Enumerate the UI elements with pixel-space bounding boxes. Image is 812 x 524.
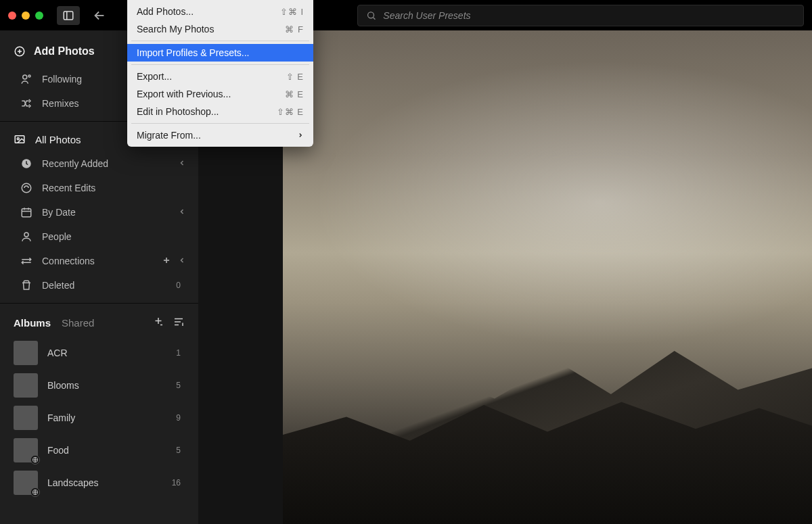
svg-point-10 (17, 138, 19, 140)
sidebar-item-deleted[interactable]: Deleted 0 (0, 273, 198, 297)
add-connection-button[interactable] (162, 256, 171, 267)
album-item[interactable]: Landscapes 16 (0, 467, 198, 499)
panel-toggle-button[interactable] (57, 6, 80, 25)
album-item[interactable]: Food 5 (0, 434, 198, 467)
chevron-right-icon (297, 130, 304, 141)
svg-point-12 (22, 183, 31, 193)
sidebar-item-people[interactable]: People (0, 224, 198, 249)
minimize-window-button[interactable] (22, 11, 30, 20)
album-name: Food (47, 445, 69, 456)
grid-icon (14, 133, 26, 145)
search-icon (366, 10, 376, 21)
back-button[interactable] (92, 8, 107, 23)
album-name: Family (47, 412, 75, 423)
menu-item-add-photos[interactable]: Add Photos... ⇧⌘ I (127, 3, 313, 20)
connections-icon (20, 255, 32, 267)
sort-albums-button[interactable] (173, 316, 185, 330)
menu-separator (131, 64, 309, 65)
window-bar (0, 0, 812, 30)
album-thumbnail (14, 341, 38, 365)
recent-edits-icon (20, 182, 32, 194)
menu-shortcut: ⌘ E (285, 89, 304, 99)
tab-shared[interactable]: Shared (62, 317, 94, 329)
trash-icon (20, 279, 32, 291)
sidebar-item-recent-edits[interactable]: Recent Edits (0, 176, 198, 200)
album-thumbnail (14, 471, 38, 495)
svg-point-8 (28, 75, 30, 77)
album-count: 5 (176, 446, 185, 455)
svg-point-7 (23, 75, 27, 79)
menu-item-migrate-from[interactable]: Migrate From... (127, 126, 313, 144)
maximize-window-button[interactable] (35, 11, 43, 20)
menu-label: Search My Photos (137, 24, 214, 34)
menu-shortcut: ⌘ F (285, 24, 304, 34)
menu-label: Migrate From... (137, 130, 201, 141)
album-count: 1 (176, 348, 185, 358)
svg-rect-0 (64, 11, 73, 20)
photo-preview[interactable] (283, 30, 812, 524)
globe-badge-icon (30, 487, 40, 497)
close-window-button[interactable] (8, 11, 16, 20)
sidebar-item-connections[interactable]: Connections (0, 249, 198, 273)
add-photos-label: Add Photos (34, 45, 95, 57)
svg-rect-13 (22, 209, 31, 217)
svg-point-2 (368, 11, 374, 18)
sidebar-item-recently-added[interactable]: Recently Added (0, 151, 198, 176)
plus-circle-icon (14, 45, 26, 57)
chevron-left-icon (178, 158, 186, 169)
file-menu: Add Photos... ⇧⌘ I Search My Photos ⌘ F … (127, 0, 313, 147)
menu-shortcut: ⇧ E (286, 72, 304, 82)
albums-header: Albums Shared (0, 309, 198, 337)
menu-item-search-my-photos[interactable]: Search My Photos ⌘ F (127, 20, 313, 38)
album-thumbnail (14, 373, 38, 398)
album-count: 9 (176, 413, 185, 423)
svg-point-17 (24, 233, 28, 237)
album-name: Blooms (47, 380, 79, 391)
album-count: 16 (172, 478, 185, 487)
menu-separator (131, 123, 309, 124)
menu-shortcut: ⇧⌘ I (280, 7, 304, 17)
menu-label: Export with Previous... (137, 89, 231, 99)
chevron-left-icon (178, 207, 186, 218)
following-label: Following (42, 74, 82, 85)
menu-item-export[interactable]: Export... ⇧ E (127, 68, 313, 85)
calendar-icon (20, 206, 32, 218)
menu-item-export-previous[interactable]: Export with Previous... ⌘ E (127, 85, 313, 103)
album-item[interactable]: ACR 1 (0, 337, 198, 369)
deleted-label: Deleted (42, 280, 74, 291)
following-icon (20, 73, 32, 85)
recently-added-label: Recently Added (42, 158, 108, 169)
tab-albums[interactable]: Albums (14, 317, 51, 329)
album-item[interactable]: Blooms 5 (0, 369, 198, 402)
traffic-lights (8, 11, 43, 20)
menu-label: Edit in Photoshop... (137, 106, 219, 117)
deleted-count: 0 (176, 281, 185, 290)
person-icon (20, 231, 32, 243)
remixes-label: Remixes (42, 98, 78, 109)
connections-label: Connections (42, 256, 95, 266)
panel-icon (62, 9, 74, 22)
menu-label: Import Profiles & Presets... (137, 47, 250, 58)
album-name: Landscapes (47, 477, 99, 488)
arrow-left-icon (92, 8, 107, 23)
clock-icon (20, 158, 32, 170)
globe-badge-icon (30, 455, 40, 465)
album-thumbnail (14, 406, 38, 430)
recent-edits-label: Recent Edits (42, 183, 95, 193)
album-count: 5 (176, 381, 185, 390)
all-photos-label: All Photos (35, 134, 81, 145)
menu-item-import-profiles-presets[interactable]: Import Profiles & Presets... (127, 44, 313, 62)
menu-label: Export... (137, 71, 172, 82)
menu-shortcut: ⇧⌘ E (277, 107, 304, 117)
search-bar[interactable] (357, 5, 804, 26)
album-item[interactable]: Family 9 (0, 402, 198, 434)
sidebar-item-by-date[interactable]: By Date (0, 200, 198, 224)
album-name: ACR (47, 348, 68, 358)
by-date-label: By Date (42, 207, 76, 218)
menu-item-edit-photoshop[interactable]: Edit in Photoshop... ⇧⌘ E (127, 103, 313, 120)
add-album-button[interactable] (152, 316, 164, 330)
search-input[interactable] (383, 10, 795, 21)
album-thumbnail (14, 438, 38, 462)
menu-separator (131, 41, 309, 41)
svg-line-3 (374, 17, 376, 19)
